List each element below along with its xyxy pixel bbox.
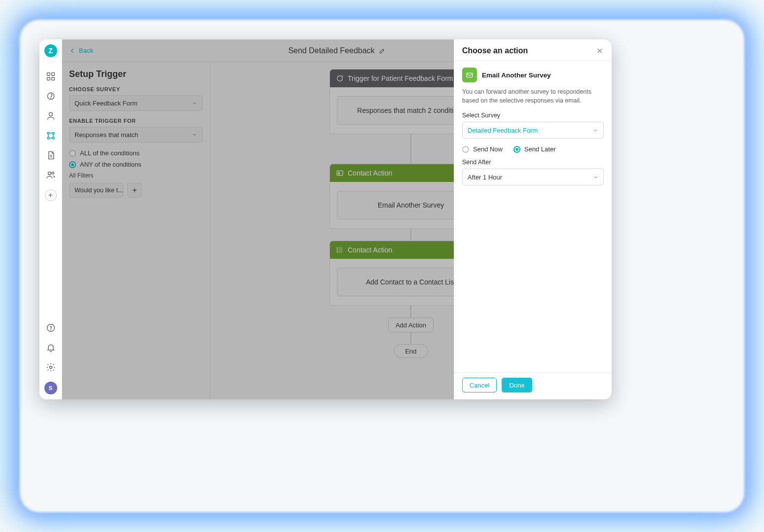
add-button[interactable]: + xyxy=(45,189,57,201)
radio-all-label: ALL of the conditions xyxy=(80,149,140,157)
email-survey-icon xyxy=(462,68,477,82)
radio-any-label: ANY of the conditions xyxy=(80,161,142,168)
action-title: Email Another Survey xyxy=(482,71,551,79)
help-icon[interactable] xyxy=(45,322,56,333)
settings-icon[interactable] xyxy=(45,362,56,373)
svg-point-7 xyxy=(47,132,49,134)
radio-send-now[interactable]: Send Now xyxy=(462,145,503,153)
back-label: Back xyxy=(79,47,93,54)
arrow-left-icon xyxy=(69,47,76,54)
radio-icon xyxy=(462,146,469,153)
svg-rect-3 xyxy=(51,77,54,80)
list-icon xyxy=(336,246,344,254)
page-title: Send Detailed Feedback xyxy=(288,46,374,55)
choose-survey-select[interactable]: Quick Feedback Form xyxy=(69,95,203,111)
connector xyxy=(410,306,411,318)
done-button[interactable]: Done xyxy=(502,378,532,392)
filter-chip[interactable]: Would you like t... xyxy=(69,183,123,198)
app-window: Z + S Back Send Detailed Feedback xyxy=(39,39,612,399)
svg-point-17 xyxy=(338,172,340,174)
connector xyxy=(410,332,411,344)
send-later-label: Send Later xyxy=(524,145,556,153)
add-action-button[interactable]: Add Action xyxy=(388,318,434,332)
edit-icon[interactable] xyxy=(379,47,386,54)
radio-icon xyxy=(69,161,76,168)
chevron-down-icon xyxy=(192,132,197,138)
select-survey-dropdown[interactable]: Detailed Feedback Form xyxy=(462,122,604,139)
workflow-icon[interactable] xyxy=(45,130,56,141)
document-icon[interactable] xyxy=(45,150,56,161)
svg-point-14 xyxy=(50,330,51,330)
radio-icon xyxy=(513,146,520,153)
app-logo: Z xyxy=(44,44,57,57)
action-description: You can forward another survey to respon… xyxy=(462,87,604,105)
enable-trigger-for-select[interactable]: Responses that match xyxy=(69,127,203,142)
choose-action-panel: Choose an action Email Another Survey Yo… xyxy=(454,39,612,399)
svg-rect-1 xyxy=(51,73,54,76)
connector xyxy=(410,134,411,164)
svg-point-21 xyxy=(337,248,337,248)
send-after-value: After 1 Hour xyxy=(468,174,502,181)
panel-heading: Choose an action xyxy=(462,46,528,55)
enable-trigger-for-value: Responses that match xyxy=(74,131,138,139)
svg-point-22 xyxy=(337,249,337,250)
chevron-down-icon xyxy=(192,101,197,106)
select-survey-value: Detailed Feedback Form xyxy=(468,127,538,134)
svg-point-8 xyxy=(52,132,54,134)
svg-rect-2 xyxy=(47,77,50,80)
back-button[interactable]: Back xyxy=(69,47,93,54)
svg-point-5 xyxy=(50,98,51,99)
select-survey-label: Select Survey xyxy=(462,112,604,119)
contacts-icon[interactable] xyxy=(45,170,56,180)
action-node-2-title: Contact Action xyxy=(348,246,392,254)
surveys-icon[interactable] xyxy=(45,91,56,102)
svg-point-6 xyxy=(49,112,52,116)
chat-icon xyxy=(336,74,344,82)
svg-rect-0 xyxy=(47,73,50,76)
user-icon[interactable] xyxy=(45,110,56,121)
chevron-down-icon xyxy=(593,175,598,180)
svg-rect-27 xyxy=(467,73,473,77)
dashboard-icon[interactable] xyxy=(45,71,56,82)
svg-point-12 xyxy=(52,172,54,174)
trigger-node-title: Trigger for Patient Feedback Form xyxy=(348,74,453,82)
choose-survey-label: CHOOSE SURVEY xyxy=(69,86,203,92)
radio-send-later[interactable]: Send Later xyxy=(513,145,556,153)
choose-survey-value: Quick Feedback Form xyxy=(74,100,138,107)
svg-point-11 xyxy=(48,172,51,175)
notifications-icon[interactable] xyxy=(45,342,56,353)
svg-point-10 xyxy=(52,137,54,139)
action-node-1-title: Contact Action xyxy=(348,169,392,177)
svg-point-23 xyxy=(337,251,337,252)
main-area: Back Send Detailed Feedback Setup Trigge… xyxy=(62,39,612,399)
nav-rail: Z + S xyxy=(39,39,62,399)
radio-any-conditions[interactable]: ANY of the conditions xyxy=(69,161,203,168)
end-node: End xyxy=(394,344,428,358)
enable-trigger-for-label: ENABLE TRIGGER FOR xyxy=(69,118,203,124)
svg-point-9 xyxy=(47,137,49,139)
send-now-label: Send Now xyxy=(473,145,503,153)
cancel-button[interactable]: Cancel xyxy=(462,378,497,392)
contact-card-icon xyxy=(336,169,344,177)
close-icon[interactable] xyxy=(596,47,604,55)
all-filters-label: All Filters xyxy=(69,172,203,179)
chevron-down-icon xyxy=(593,128,598,133)
send-after-label: Send After xyxy=(462,159,604,166)
connector xyxy=(410,229,411,241)
radio-all-conditions[interactable]: ALL of the conditions xyxy=(69,149,203,157)
setup-trigger-title: Setup Trigger xyxy=(69,69,203,79)
add-filter-button[interactable]: + xyxy=(127,183,142,198)
setup-trigger-panel: Setup Trigger CHOOSE SURVEY Quick Feedba… xyxy=(62,62,210,399)
send-after-dropdown[interactable]: After 1 Hour xyxy=(462,169,604,185)
svg-point-15 xyxy=(49,366,52,369)
user-avatar[interactable]: S xyxy=(44,382,57,394)
radio-icon xyxy=(69,150,76,157)
